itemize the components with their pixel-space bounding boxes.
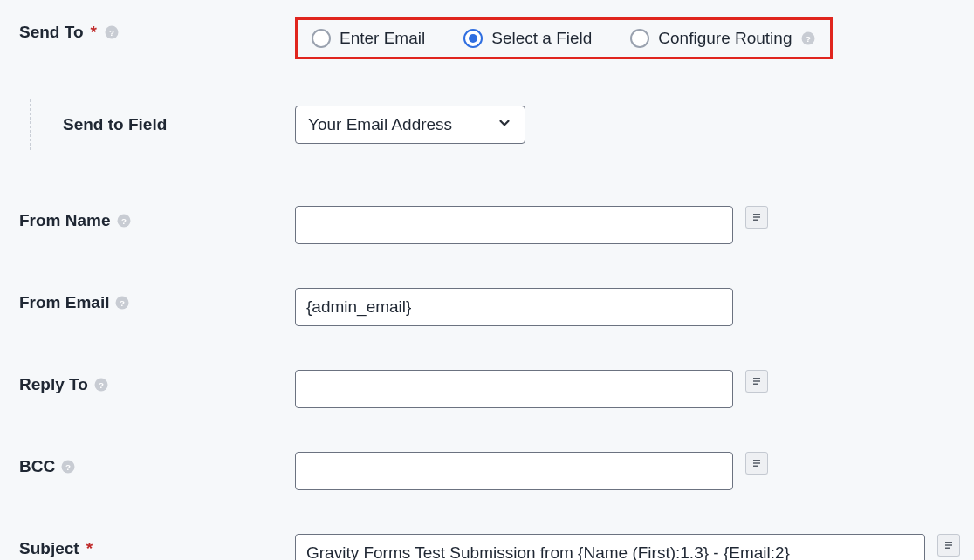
- help-icon[interactable]: ?: [114, 295, 130, 311]
- row-subject: Subject *: [19, 534, 955, 560]
- field-col: Your Email Address: [295, 106, 955, 144]
- row-reply-to: Reply To ?: [19, 370, 955, 408]
- field-col: Enter Email Select a Field Configure Rou…: [295, 17, 955, 59]
- label-col: Subject *: [19, 534, 295, 558]
- merge-tag-button[interactable]: [745, 452, 768, 475]
- chevron-down-icon: [497, 115, 512, 135]
- radio-label: Enter Email: [340, 29, 425, 48]
- field-col: [295, 370, 955, 408]
- help-icon[interactable]: ?: [800, 31, 816, 46]
- label-col: From Name ?: [19, 206, 295, 230]
- row-from-name: From Name ?: [19, 206, 955, 244]
- from-email-label: From Email ?: [19, 293, 130, 312]
- svg-rect-21: [945, 542, 952, 543]
- svg-rect-8: [753, 220, 758, 222]
- row-from-email: From Email ?: [19, 288, 955, 326]
- field-col: [295, 206, 955, 244]
- merge-tag-button[interactable]: [937, 534, 960, 557]
- bcc-label: BCC ?: [19, 457, 76, 476]
- label-text: From Name: [19, 211, 111, 230]
- send-to-field-label: Send to Field: [56, 115, 167, 134]
- svg-text:?: ?: [99, 380, 104, 390]
- radio-indicator: [463, 29, 483, 48]
- field-col: [295, 452, 955, 490]
- field-col: [295, 534, 960, 560]
- svg-rect-13: [753, 378, 760, 379]
- help-icon[interactable]: ?: [116, 213, 132, 229]
- svg-rect-7: [753, 216, 760, 218]
- svg-rect-6: [753, 214, 760, 215]
- radio-label: Configure Routing: [658, 29, 792, 48]
- label-text: From Email: [19, 293, 109, 312]
- from-email-input[interactable]: [295, 288, 733, 326]
- send-to-label: Send To * ?: [19, 23, 120, 42]
- from-name-input[interactable]: [295, 206, 733, 244]
- indent-guide: [30, 99, 56, 150]
- from-name-label: From Name ?: [19, 211, 132, 230]
- row-send-to-field: Send to Field Your Email Address: [19, 99, 955, 150]
- send-to-field-select[interactable]: Your Email Address: [295, 106, 525, 144]
- label-text: BCC: [19, 457, 55, 476]
- radio-indicator: [630, 29, 649, 48]
- merge-tag-button[interactable]: [745, 206, 768, 229]
- select-value: Your Email Address: [308, 115, 452, 134]
- radio-label: Select a Field: [491, 29, 592, 48]
- merge-tag-button[interactable]: [745, 370, 768, 393]
- label-col: Reply To ?: [19, 370, 295, 394]
- svg-rect-22: [945, 544, 952, 546]
- subject-input[interactable]: [295, 534, 925, 560]
- help-icon[interactable]: ?: [60, 459, 76, 475]
- label-col: Send To * ?: [19, 17, 295, 42]
- svg-text:?: ?: [65, 462, 71, 472]
- reply-to-input[interactable]: [295, 370, 733, 408]
- label-col: From Email ?: [19, 288, 295, 312]
- reply-to-label: Reply To ?: [19, 375, 109, 394]
- svg-text:?: ?: [120, 298, 126, 308]
- required-asterisk: *: [86, 539, 93, 558]
- row-bcc: BCC ?: [19, 452, 955, 490]
- label-col: Send to Field: [19, 99, 295, 150]
- label-col: BCC ?: [19, 452, 295, 476]
- required-asterisk: *: [91, 23, 97, 42]
- svg-rect-19: [753, 462, 760, 464]
- radio-indicator: [312, 29, 331, 48]
- svg-rect-14: [753, 380, 760, 382]
- bcc-input[interactable]: [295, 452, 733, 490]
- svg-text:?: ?: [121, 216, 127, 226]
- help-icon[interactable]: ?: [93, 377, 109, 393]
- svg-text:?: ?: [109, 28, 114, 38]
- help-icon[interactable]: ?: [104, 24, 120, 40]
- svg-text:?: ?: [806, 34, 812, 44]
- radio-enter-email[interactable]: Enter Email: [312, 29, 425, 48]
- field-col: [295, 288, 955, 326]
- svg-rect-23: [945, 548, 950, 550]
- label-text: Reply To: [19, 375, 88, 394]
- svg-rect-15: [753, 384, 758, 386]
- send-to-radio-group-highlight: Enter Email Select a Field Configure Rou…: [295, 17, 833, 59]
- svg-rect-18: [753, 460, 760, 461]
- subject-label: Subject *: [19, 539, 94, 558]
- svg-rect-20: [753, 466, 758, 468]
- radio-select-field[interactable]: Select a Field: [463, 29, 592, 48]
- label-text: Send To: [19, 23, 84, 42]
- radio-configure-routing[interactable]: Configure Routing ?: [630, 29, 816, 48]
- label-text: Subject: [19, 539, 79, 558]
- row-send-to: Send To * ? Enter Email Select a Field: [19, 17, 955, 59]
- notification-settings-form: Send To * ? Enter Email Select a Field: [0, 0, 974, 560]
